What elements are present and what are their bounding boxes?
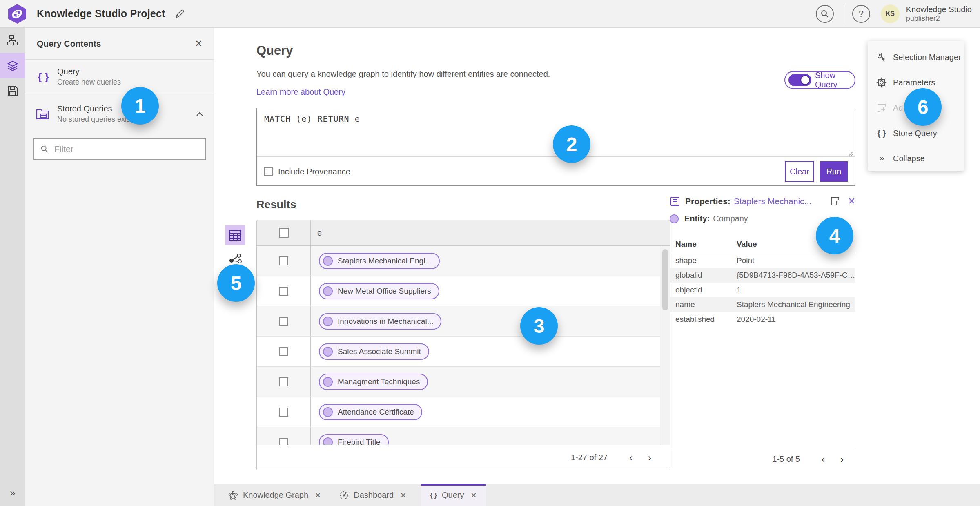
search-icon — [40, 145, 49, 154]
add-to-map-icon[interactable] — [830, 196, 840, 206]
entity-pill[interactable]: Attendance Certificate — [319, 404, 422, 420]
entity-pill[interactable]: Staplers Mechanical Engi... — [319, 253, 440, 269]
tab-knowledge-graph[interactable]: Knowledge Graph ✕ — [219, 484, 330, 506]
menu-item-parameters[interactable]: Parameters — [876, 76, 964, 89]
user-info[interactable]: Knowledge Studio publisher2 — [906, 5, 972, 23]
help-button[interactable]: ? — [852, 5, 870, 23]
results-title: Results — [256, 198, 296, 211]
knowledge-studio-app: Knowledge Studio Project ? KS Knowledge … — [0, 0, 980, 506]
show-query-toggle[interactable]: Show Query — [784, 71, 855, 89]
property-row[interactable]: established2020-02-11 — [670, 312, 855, 327]
include-provenance-checkbox[interactable] — [264, 167, 273, 176]
entity-type: Company — [713, 214, 748, 223]
close-tab-icon[interactable]: ✕ — [315, 491, 321, 500]
query-contents-panel: Query Contents ✕ { } Query Create new qu… — [25, 28, 214, 506]
tab-dashboard[interactable]: Dashboard ✕ — [330, 484, 415, 506]
menu-item-store-query[interactable]: { } Store Query — [876, 127, 964, 140]
entity-pill[interactable]: Managment Techniques — [319, 374, 428, 390]
row-checkbox[interactable] — [279, 408, 288, 417]
query-editor-text[interactable]: MATCH (e) RETURN e — [264, 114, 360, 124]
double-chevron-right-icon: » — [876, 153, 887, 164]
results-table: e Staplers Mechanical Engi... New Metal … — [256, 220, 670, 470]
table-icon — [229, 230, 241, 241]
property-row[interactable]: shapePoint — [670, 253, 855, 268]
select-all-checkbox[interactable] — [279, 228, 289, 238]
close-properties-icon[interactable]: ✕ — [848, 196, 855, 207]
stored-queries-subtitle: No stored queries exist — [57, 115, 132, 124]
search-button[interactable] — [816, 5, 834, 23]
property-row[interactable]: objectid1 — [670, 283, 855, 297]
scrollbar-thumb[interactable] — [662, 249, 668, 310]
row-checkbox[interactable] — [279, 438, 288, 445]
panel-close-icon[interactable]: ✕ — [195, 38, 203, 49]
entity-dot-icon — [323, 407, 333, 417]
entity-dot-icon — [323, 437, 333, 445]
expand-rail-icon[interactable]: » — [0, 487, 25, 499]
row-checkbox[interactable] — [279, 287, 288, 296]
entity-dot-icon — [323, 377, 333, 387]
row-checkbox[interactable] — [279, 377, 288, 386]
row-checkbox[interactable] — [279, 256, 288, 265]
row-checkbox[interactable] — [279, 347, 288, 356]
previous-page-button[interactable]: ‹ — [621, 452, 640, 464]
table-row: Firebird Title — [257, 427, 670, 445]
results-table-header: e — [257, 220, 670, 246]
close-tab-icon[interactable]: ✕ — [400, 491, 406, 500]
results-table-body: Staplers Mechanical Engi... New Metal Of… — [257, 246, 670, 445]
user-role: publisher2 — [906, 14, 972, 23]
toggle-track — [788, 74, 811, 86]
braces-icon: { } — [876, 129, 887, 138]
entity-dot-icon — [323, 347, 333, 357]
next-page-button[interactable]: › — [833, 454, 851, 465]
property-row[interactable]: globalid{5D9B4713-F98D-4A53-A59F-C11... — [670, 268, 855, 283]
filter-input[interactable] — [54, 144, 199, 154]
table-row: New Metal Office Suppliers — [257, 276, 670, 306]
help-icon: ? — [859, 9, 864, 19]
entity-pill[interactable]: New Metal Office Suppliers — [319, 283, 439, 299]
bottom-tab-bar: Knowledge Graph ✕ Dashboard ✕ { } Query … — [214, 484, 980, 506]
top-bar-right: ? KS Knowledge Studio publisher2 — [816, 4, 972, 23]
column-header-e: e — [311, 228, 322, 238]
link-chart-view-button[interactable] — [229, 252, 243, 265]
annotation-badge-4: 4 — [816, 217, 853, 254]
avatar[interactable]: KS — [881, 4, 900, 23]
entity-pill[interactable]: Firebird Title — [319, 434, 389, 445]
top-bar: Knowledge Studio Project ? KS Knowledge … — [0, 0, 980, 28]
clear-button[interactable]: Clear — [785, 161, 814, 182]
sidebar-item-query[interactable]: { } Query Create new queries — [25, 60, 214, 94]
contents-rail-button[interactable] — [0, 53, 25, 78]
sidebar-item-stored-queries[interactable]: Stored Queries No stored queries exist — [25, 97, 214, 131]
close-tab-icon[interactable]: ✕ — [471, 491, 477, 500]
panel-header: Query Contents ✕ — [25, 28, 214, 60]
menu-item-collapse[interactable]: » Collapse — [876, 152, 964, 165]
table-view-button[interactable] — [225, 225, 245, 245]
save-rail-button[interactable] — [0, 78, 25, 104]
panel-title: Query Contents — [37, 39, 101, 49]
filter-field — [33, 138, 206, 160]
project-title: Knowledge Studio Project — [37, 8, 165, 20]
data-model-rail-button[interactable] — [0, 28, 25, 53]
user-name: Knowledge Studio — [906, 5, 972, 14]
edit-title-icon[interactable] — [174, 9, 185, 19]
learn-more-link[interactable]: Learn more about Query — [256, 87, 345, 97]
annotation-badge-1: 1 — [121, 87, 159, 125]
entity-pill[interactable]: Sales Associate Summit — [319, 343, 429, 360]
table-row: Sales Associate Summit — [257, 337, 670, 367]
menu-item-selection-manager[interactable]: Selection Manager — [876, 51, 964, 64]
entity-pill[interactable]: Innovations in Mechanical... — [319, 313, 441, 330]
pagination-range: 1-5 of 5 — [772, 455, 800, 464]
properties-entity-link[interactable]: Staplers Mechanic... — [734, 196, 811, 206]
previous-page-button[interactable]: ‹ — [814, 454, 833, 465]
next-page-button[interactable]: › — [640, 452, 659, 464]
properties-icon — [670, 196, 680, 207]
chevron-up-icon[interactable] — [196, 111, 203, 116]
property-row[interactable]: nameStaplers Mechanical Engineering — [670, 297, 855, 312]
annotation-badge-6: 6 — [904, 88, 942, 126]
run-button[interactable]: Run — [820, 161, 848, 182]
knowledge-graph-icon — [228, 490, 238, 500]
row-checkbox[interactable] — [279, 317, 288, 326]
tab-query[interactable]: { } Query ✕ — [421, 484, 486, 506]
vertical-scrollbar[interactable] — [660, 246, 670, 445]
annotation-badge-5: 5 — [217, 264, 255, 302]
resize-grip-icon[interactable] — [847, 150, 853, 156]
